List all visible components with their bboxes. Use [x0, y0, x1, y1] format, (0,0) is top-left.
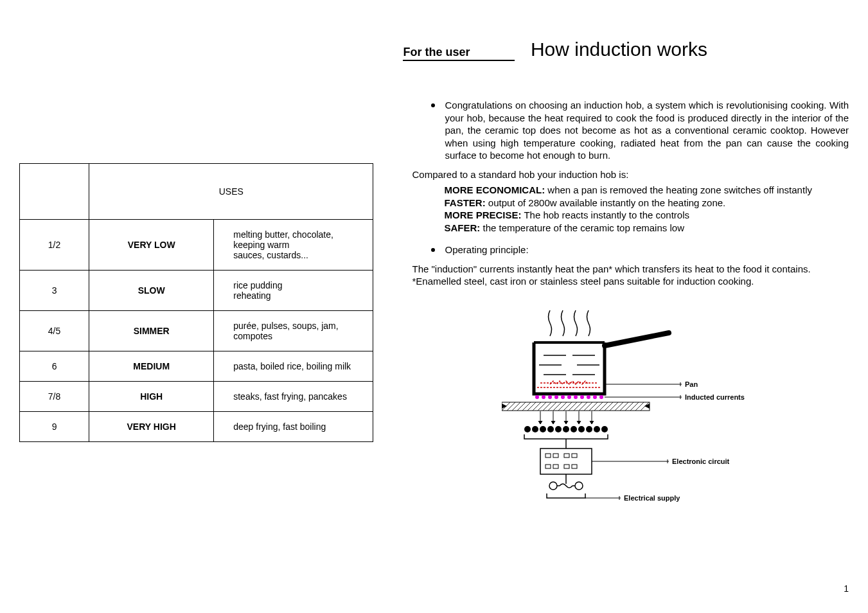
svg-line-29 — [543, 402, 551, 411]
table-row: 7/8HIGHsteaks, fast frying, pancakes — [20, 382, 373, 412]
principle-text: The "induction" currents instantly heat … — [412, 263, 849, 276]
footnote-text: *Enamelled steel, cast iron or stainless… — [412, 275, 849, 288]
svg-line-24 — [517, 402, 526, 411]
name-cell: HIGH — [89, 382, 214, 412]
svg-point-76 — [549, 482, 557, 490]
table-row: 1/2VERY LOWmelting butter, chocolate, ke… — [20, 220, 373, 271]
compare-intro: Compared to a standard hob your inductio… — [412, 168, 849, 181]
svg-line-37 — [584, 402, 592, 411]
compare-item: FASTER: output of 2800w available instan… — [444, 197, 849, 209]
svg-line-34 — [569, 402, 577, 411]
name-cell: SLOW — [89, 271, 214, 311]
svg-line-30 — [548, 402, 556, 411]
svg-point-10 — [542, 395, 545, 399]
table-row: 6MEDIUMpasta, boiled rice, boiling milk — [20, 351, 373, 382]
level-cell: 9 — [20, 412, 89, 442]
svg-point-60 — [571, 426, 577, 432]
diagram-label-inducted: Inducted currents — [685, 393, 745, 401]
principle-label: Operating principle: — [445, 244, 849, 256]
table-row: 3SLOWrice puddingreheating — [20, 271, 373, 311]
uses-cell: pasta, boiled rice, boiling milk — [214, 351, 373, 382]
compare-text: the temperature of the ceramic top remai… — [480, 222, 684, 233]
svg-line-35 — [574, 402, 582, 411]
svg-line-23 — [512, 402, 520, 411]
compare-item: MORE PRECISE: The hob reacts instantly t… — [444, 209, 849, 222]
header-for-user: For the user — [403, 46, 515, 61]
compare-label: MORE PRECISE: — [444, 209, 521, 220]
svg-line-44 — [620, 402, 628, 411]
svg-line-31 — [553, 402, 562, 411]
svg-line-43 — [615, 402, 623, 411]
svg-point-54 — [524, 426, 531, 432]
svg-line-28 — [538, 402, 546, 411]
svg-line-22 — [507, 402, 515, 411]
svg-line-39 — [594, 402, 603, 411]
svg-line-47 — [635, 402, 644, 411]
uses-cell: steaks, fast frying, pancakes — [214, 382, 373, 412]
table-header-empty — [20, 164, 89, 220]
bullet-icon — [431, 248, 435, 252]
diagram-label-circuit: Electronic circuit — [672, 458, 730, 465]
compare-label: SAFER: — [444, 222, 480, 233]
diagram-label-supply: Electrical supply — [624, 494, 680, 502]
table-row: 4/5SIMMERpurée, pulses, soups, jam, comp… — [20, 311, 373, 351]
svg-line-46 — [630, 402, 639, 411]
compare-list: MORE ECONOMICAL: when a pan is removed t… — [412, 184, 849, 234]
svg-rect-68 — [553, 454, 558, 458]
svg-rect-72 — [553, 465, 558, 468]
svg-line-25 — [522, 402, 531, 411]
table-row: 9VERY HIGHdeep frying, fast boiling — [20, 412, 373, 442]
svg-line-32 — [558, 402, 567, 411]
svg-point-16 — [580, 395, 584, 399]
uses-table: USES 1/2VERY LOWmelting butter, chocolat… — [19, 163, 373, 442]
compare-text: when a pan is removed the heating zone s… — [545, 184, 812, 195]
svg-point-59 — [563, 426, 569, 432]
level-cell: 4/5 — [20, 311, 89, 351]
page-header: For the user How induction works — [19, 39, 849, 60]
name-cell: VERY LOW — [89, 220, 214, 271]
svg-rect-70 — [572, 454, 577, 458]
left-column: USES 1/2VERY LOWmelting butter, chocolat… — [19, 99, 373, 513]
compare-text: output of 2800w available instantly on t… — [486, 197, 726, 208]
svg-line-41 — [605, 402, 613, 411]
level-cell: 7/8 — [20, 382, 89, 412]
svg-line-26 — [527, 402, 536, 411]
uses-cell: deep frying, fast boiling — [214, 412, 373, 442]
compare-item: SAFER: the temperature of the ceramic to… — [444, 222, 849, 235]
level-cell: 1/2 — [20, 220, 89, 271]
svg-rect-71 — [545, 465, 551, 468]
name-cell: MEDIUM — [89, 351, 214, 382]
name-cell: SIMMER — [89, 311, 214, 351]
svg-line-38 — [589, 402, 598, 411]
diagram-label-pan: Pan — [685, 380, 698, 388]
svg-rect-66 — [540, 449, 592, 474]
svg-point-11 — [548, 395, 552, 399]
svg-rect-69 — [564, 454, 569, 458]
svg-point-12 — [554, 395, 558, 399]
svg-point-9 — [535, 395, 539, 399]
svg-rect-67 — [545, 454, 551, 458]
right-column: Congratulations on choosing an induction… — [412, 99, 849, 513]
name-cell: VERY HIGH — [89, 412, 214, 442]
principle-paragraph: Operating principle: — [412, 244, 849, 256]
svg-line-27 — [533, 402, 541, 411]
svg-point-62 — [586, 426, 592, 432]
uses-cell: purée, pulses, soups, jam, compotes — [214, 311, 373, 351]
page-number: 1 — [844, 583, 849, 594]
svg-point-64 — [601, 426, 608, 432]
svg-rect-74 — [572, 465, 577, 468]
level-cell: 3 — [20, 271, 89, 311]
bullet-icon — [431, 103, 435, 107]
svg-point-19 — [599, 395, 603, 399]
svg-line-45 — [625, 402, 633, 411]
uses-cell: melting butter, chocolate, keeping warms… — [214, 220, 373, 271]
svg-point-14 — [567, 395, 571, 399]
svg-point-56 — [540, 426, 546, 432]
svg-point-18 — [593, 395, 597, 399]
induction-diagram: Pan Inducted currents Electronic circuit… — [502, 307, 759, 513]
compare-text: The hob reacts instantly to the controls — [522, 209, 690, 220]
level-cell: 6 — [20, 351, 89, 382]
table-header-uses: USES — [89, 164, 373, 220]
svg-point-58 — [555, 426, 562, 432]
intro-text: Congratulations on choosing an induction… — [445, 99, 849, 162]
